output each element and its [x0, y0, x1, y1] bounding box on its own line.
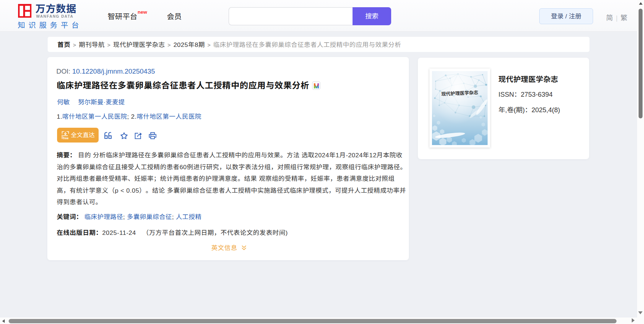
svg-text:free: free	[63, 136, 69, 140]
